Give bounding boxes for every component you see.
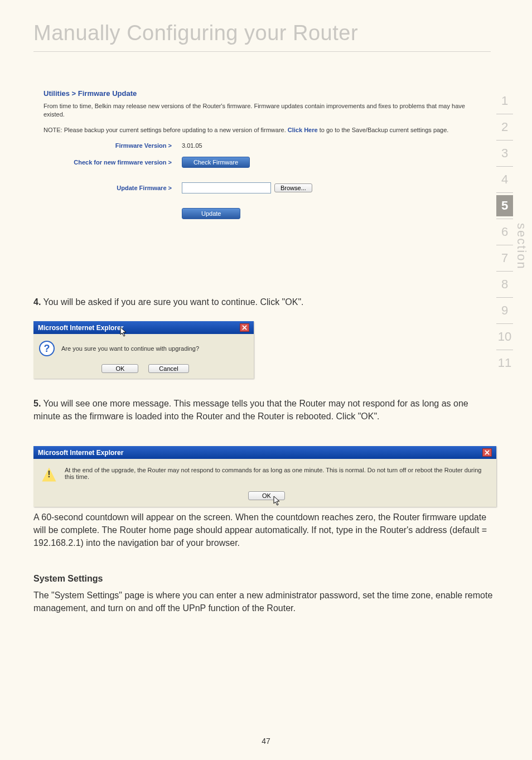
step-4-num: 4. — [33, 297, 41, 307]
section-num-10[interactable]: 10 — [492, 326, 518, 347]
cursor-icon — [120, 327, 128, 337]
confirm-upgrade-dialog: Microsoft Internet Explorer ? Are you su… — [33, 321, 254, 379]
click-here-link[interactable]: Click Here — [288, 127, 318, 133]
check-firmware-row: Check for new firmware version > Check F… — [43, 157, 467, 168]
divider — [496, 192, 513, 193]
dialog1-titlebar: Microsoft Internet Explorer — [33, 321, 254, 334]
firmware-version-row: Firmware Version > 3.01.05 — [43, 142, 467, 149]
update-button[interactable]: Update — [182, 208, 240, 219]
utilities-note: NOTE: Please backup your current setting… — [43, 126, 467, 134]
title-rule — [33, 51, 491, 52]
section-num-4[interactable]: 4 — [492, 169, 518, 190]
divider — [496, 219, 513, 219]
dialog1-cancel-button[interactable]: Cancel — [148, 364, 188, 373]
update-firmware-row: Update Firmware > Browse... — [43, 182, 467, 193]
dialog1-body: ? Are you sure you want to continue with… — [33, 334, 254, 379]
section-num-7[interactable]: 7 — [492, 248, 518, 269]
note-post: to go to the Save/Backup current setting… — [318, 127, 449, 133]
divider — [496, 350, 513, 350]
upgrade-warning-dialog: Microsoft Internet Explorer ! At the end… — [33, 446, 496, 507]
utilities-heading: Utilities > Firmware Update — [43, 89, 467, 98]
dialog2-body: ! At the end of the upgrade, the Router … — [33, 459, 496, 507]
step-5-num: 5. — [33, 399, 41, 408]
divider — [496, 245, 513, 245]
check-firmware-button[interactable]: Check Firmware — [182, 157, 250, 168]
section-num-1[interactable]: 1 — [492, 90, 518, 112]
divider — [496, 114, 513, 114]
section-num-5-active[interactable]: 5 — [496, 195, 513, 216]
section-num-8[interactable]: 8 — [492, 274, 518, 295]
dialog1-title: Microsoft Internet Explorer — [38, 324, 123, 332]
firmware-file-input[interactable] — [182, 182, 271, 193]
step-5-text: You will see one more message. This mess… — [33, 399, 468, 421]
cursor-icon — [273, 496, 281, 506]
divider — [496, 323, 513, 324]
system-settings-heading: System Settings — [33, 572, 496, 585]
divider — [496, 140, 513, 141]
page-title: Manually Configuring your Router — [33, 21, 358, 45]
section-num-11[interactable]: 11 — [492, 352, 518, 374]
section-nav: 1 2 3 4 5 6 7 8 9 10 11 — [492, 90, 518, 374]
check-firmware-label: Check for new firmware version > — [43, 159, 182, 166]
firmware-update-panel: Utilities > Firmware Update From time to… — [43, 89, 467, 219]
page-number: 47 — [0, 737, 532, 746]
close-icon[interactable] — [240, 323, 249, 332]
step-5: 5. You will see one more message. This m… — [33, 397, 496, 423]
countdown-paragraph: A 60-second countdown will appear on the… — [33, 511, 496, 550]
dialog2-title: Microsoft Internet Explorer — [38, 449, 123, 457]
divider — [496, 297, 513, 298]
utilities-intro: From time to time, Belkin may release ne… — [43, 102, 467, 119]
dialog1-message: Are you sure you want to continue with u… — [61, 345, 199, 352]
browse-button[interactable]: Browse... — [274, 183, 312, 192]
section-num-2[interactable]: 2 — [492, 117, 518, 138]
section-num-9[interactable]: 9 — [492, 300, 518, 321]
update-button-row: Update — [43, 208, 467, 219]
system-settings-paragraph: The "System Settings" page is where you … — [33, 589, 496, 614]
close-icon[interactable] — [482, 448, 492, 457]
dialog2-message: At the end of the upgrade, the Router ma… — [65, 467, 489, 480]
step-4: 4. You will be asked if you are sure you… — [33, 296, 496, 308]
note-pre: NOTE: Please backup your current setting… — [43, 127, 288, 133]
step-4-text: You will be asked if you are sure you wa… — [41, 297, 303, 307]
warning-icon: ! — [41, 467, 57, 482]
divider — [496, 166, 513, 167]
section-num-3[interactable]: 3 — [492, 143, 518, 164]
question-icon: ? — [39, 341, 55, 356]
divider — [496, 271, 513, 272]
dialog2-titlebar: Microsoft Internet Explorer — [33, 446, 496, 459]
section-num-6[interactable]: 6 — [492, 221, 518, 243]
firmware-version-label: Firmware Version > — [43, 142, 182, 149]
update-firmware-label: Update Firmware > — [43, 185, 182, 191]
dialog1-ok-button[interactable]: OK — [101, 364, 138, 373]
firmware-version-value: 3.01.05 — [182, 142, 202, 149]
